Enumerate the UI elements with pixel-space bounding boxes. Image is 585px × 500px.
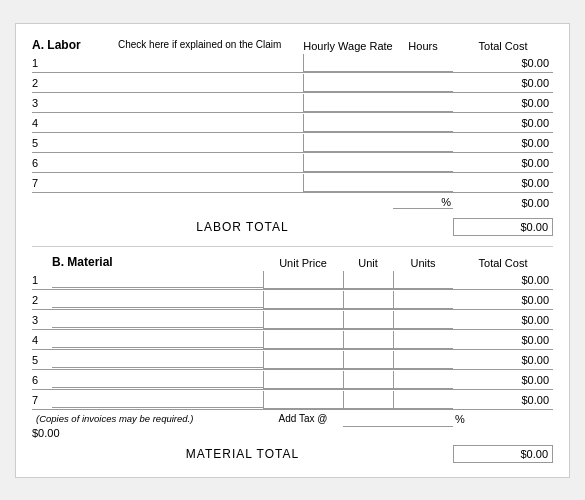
labor-row: 5 $0.00 [32, 134, 553, 153]
material-price-field[interactable] [263, 291, 343, 309]
labor-wage-field[interactable] [303, 74, 393, 92]
material-price-field[interactable] [263, 271, 343, 289]
material-total-row: MATERIAL TOTAL $0.00 [32, 445, 553, 463]
labor-row-num: 3 [32, 97, 52, 109]
material-row: 5 $0.00 [32, 351, 553, 370]
material-description-field[interactable] [52, 292, 263, 308]
material-description-field[interactable] [52, 272, 263, 288]
material-row-cost: $0.00 [453, 274, 553, 286]
tax-field[interactable] [343, 411, 453, 427]
wage-rate-header: Hourly Wage Rate [303, 40, 393, 52]
material-total-value: $0.00 [453, 445, 553, 463]
labor-row: 2 $0.00 [32, 74, 553, 93]
labor-hours-field[interactable] [393, 114, 453, 132]
material-price-field[interactable] [263, 351, 343, 369]
material-units-field[interactable] [393, 291, 453, 309]
material-unit-field[interactable] [343, 331, 393, 349]
labor-row-cost: $0.00 [453, 157, 553, 169]
labor-hours-field[interactable] [393, 74, 453, 92]
material-price-field[interactable] [263, 331, 343, 349]
material-total-label: MATERIAL TOTAL [32, 447, 453, 461]
labor-row-cost: $0.00 [453, 137, 553, 149]
labor-description-field[interactable] [52, 135, 303, 151]
labor-row: 7 $0.00 [32, 174, 553, 193]
labor-header: A. Labor Check here if explained on the … [32, 38, 553, 52]
material-row-cost: $0.00 [453, 354, 553, 366]
material-footer-cost: $0.00 [32, 427, 52, 439]
material-row-cost: $0.00 [453, 374, 553, 386]
material-units-field[interactable] [393, 271, 453, 289]
material-unit-field[interactable] [343, 391, 393, 409]
units-header: Units [393, 257, 453, 269]
material-footer-row: (Copies of invoices may be required.) Ad… [32, 411, 553, 439]
material-description-field[interactable] [52, 372, 263, 388]
material-unit-field[interactable] [343, 271, 393, 289]
labor-wage-field[interactable] [303, 54, 393, 72]
material-description-field[interactable] [52, 352, 263, 368]
labor-wage-field[interactable] [303, 114, 393, 132]
labor-total-row: LABOR TOTAL $0.00 [32, 218, 553, 236]
material-row: 6 $0.00 [32, 371, 553, 390]
material-row-cost: $0.00 [453, 394, 553, 406]
material-price-field[interactable] [263, 311, 343, 329]
material-row-num: 2 [32, 294, 52, 306]
material-units-field[interactable] [393, 371, 453, 389]
labor-wage-field[interactable] [303, 174, 393, 192]
material-units-field[interactable] [393, 311, 453, 329]
material-title: B. Material [52, 255, 263, 269]
material-description-field[interactable] [52, 312, 263, 328]
material-row: 1 $0.00 [32, 271, 553, 290]
material-unit-field[interactable] [343, 351, 393, 369]
add-tax-label: Add Tax @ [263, 413, 343, 424]
material-row-cost: $0.00 [453, 314, 553, 326]
labor-hours-field[interactable] [393, 94, 453, 112]
labor-row-num: 1 [32, 57, 52, 69]
labor-total-label: LABOR TOTAL [32, 220, 453, 234]
material-row-num: 4 [32, 334, 52, 346]
labor-row: 4 $0.00 [32, 114, 553, 133]
material-header: B. Material Unit Price Unit Units Total … [32, 255, 553, 269]
labor-row-num: 5 [32, 137, 52, 149]
unit-header: Unit [343, 257, 393, 269]
labor-row: 6 $0.00 [32, 154, 553, 173]
labor-hours-field[interactable] [393, 174, 453, 192]
labor-hours-field[interactable] [393, 54, 453, 72]
labor-row-cost: $0.00 [453, 177, 553, 189]
material-price-field[interactable] [263, 391, 343, 409]
section-divider [32, 246, 553, 247]
material-units-field[interactable] [393, 391, 453, 409]
labor-description-field[interactable] [52, 175, 303, 191]
material-unit-field[interactable] [343, 291, 393, 309]
unit-price-header: Unit Price [263, 257, 343, 269]
labor-description-field[interactable] [52, 155, 303, 171]
material-units-field[interactable] [393, 351, 453, 369]
labor-hours-field[interactable] [393, 154, 453, 172]
material-unit-field[interactable] [343, 311, 393, 329]
labor-description-field[interactable] [52, 95, 303, 111]
labor-description-field[interactable] [52, 55, 303, 71]
material-row: 2 $0.00 [32, 291, 553, 310]
labor-wage-field[interactable] [303, 94, 393, 112]
labor-wage-field[interactable] [303, 134, 393, 152]
material-description-field[interactable] [52, 332, 263, 348]
labor-wage-field[interactable] [303, 154, 393, 172]
labor-row-num: 2 [32, 77, 52, 89]
labor-title: A. Labor [32, 38, 112, 52]
material-unit-field[interactable] [343, 371, 393, 389]
labor-description-field[interactable] [52, 115, 303, 131]
labor-hours-field[interactable] [393, 134, 453, 152]
material-rows: 1 $0.00 2 $0.00 3 $0.00 4 $0.00 [32, 271, 553, 410]
material-row-num: 5 [32, 354, 52, 366]
labor-row-num: 4 [32, 117, 52, 129]
total-cost-header-labor: Total Cost [453, 40, 553, 52]
labor-row: 1 $0.00 [32, 54, 553, 73]
labor-row-cost: $0.00 [453, 77, 553, 89]
material-units-field[interactable] [393, 331, 453, 349]
material-row: 7 $0.00 [32, 391, 553, 410]
labor-row-cost: $0.00 [453, 57, 553, 69]
material-price-field[interactable] [263, 371, 343, 389]
material-row-num: 3 [32, 314, 52, 326]
labor-description-field[interactable] [52, 75, 303, 91]
material-row: 4 $0.00 [32, 331, 553, 350]
material-description-field[interactable] [52, 392, 263, 408]
